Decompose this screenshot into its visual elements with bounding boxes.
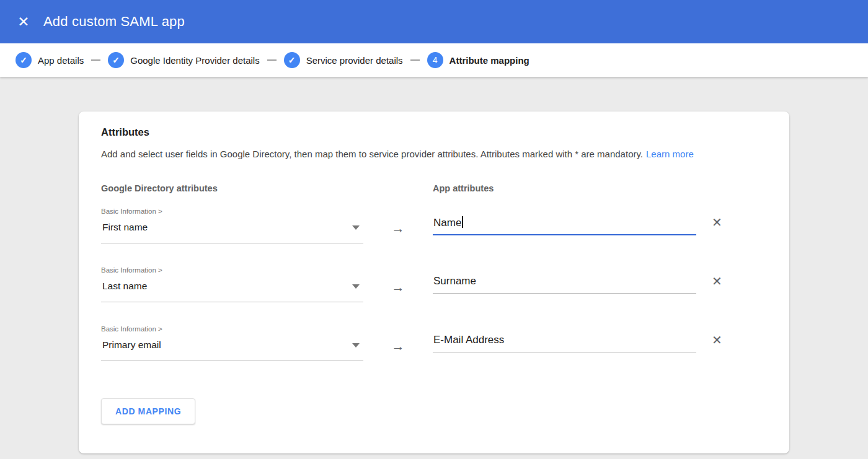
directory-attribute-value: First name [102,222,148,233]
step-label: Attribute mapping [450,55,529,66]
step-number: 4 [433,56,438,64]
section-description: Add and select user fields in Google Dir… [101,149,767,159]
app-attribute-value: Name [433,217,461,229]
step-label: Google Identity Provider details [130,55,259,66]
text-cursor [462,216,463,228]
mapping-row: Basic Information > Last name → Surname … [101,266,767,302]
step-complete-icon: ✓ [16,52,32,68]
mapping-rows: Basic Information > First name → Name ✕ [101,207,767,361]
check-icon: ✓ [112,56,120,64]
step-separator [267,59,277,61]
stepper: ✓ App details ✓ Google Identity Provider… [0,43,868,77]
delete-mapping-button[interactable]: ✕ [712,274,722,288]
close-icon: ✕ [17,14,29,30]
app-attribute-input[interactable]: E-Mail Address [433,334,696,352]
directory-attribute-value: Primary email [102,339,161,351]
description-text: Add and select user fields in Google Dir… [101,149,643,159]
attribute-category-label: Basic Information > [101,325,363,333]
dropdown-arrow-icon [352,225,360,230]
dropdown-arrow-icon [352,343,360,348]
stepper-step-service-provider-details[interactable]: ✓ Service provider details [284,52,403,68]
arrow-right-icon: → [363,207,433,235]
arrow-right-icon: → [363,266,433,294]
page-title: Add custom SAML app [43,14,185,30]
directory-attribute-value: Last name [102,281,147,292]
stepper-step-app-details[interactable]: ✓ App details [16,52,84,68]
directory-attributes-column-header: Google Directory attributes [101,183,433,193]
stepper-step-attribute-mapping[interactable]: 4 Attribute mapping [427,52,529,68]
arrow-right-icon: → [363,325,433,352]
attribute-category-label: Basic Information > [101,266,363,274]
app-attribute-value: Surname [433,275,476,287]
attributes-card: Attributes Add and select user fields in… [79,111,789,453]
app-attribute-input[interactable]: Name [433,216,696,235]
delete-mapping-button[interactable]: ✕ [712,333,722,347]
dialog-header: ✕ Add custom SAML app [0,0,868,43]
step-label: App details [38,55,84,66]
directory-attribute-select[interactable]: Basic Information > First name [101,207,363,243]
directory-attribute-select[interactable]: Basic Information > Last name [101,266,363,302]
step-separator [410,59,420,61]
main-area: Attributes Add and select user fields in… [0,111,868,459]
check-icon: ✓ [20,56,27,64]
step-label: Service provider details [306,55,403,66]
section-title: Attributes [101,126,767,138]
add-mapping-button[interactable]: ADD MAPPING [101,398,195,424]
step-complete-icon: ✓ [108,52,124,68]
mapping-row: Basic Information > First name → Name ✕ [101,207,767,243]
attribute-category-label: Basic Information > [101,207,363,216]
mapping-row: Basic Information > Primary email → E-Ma… [101,325,767,361]
delete-mapping-button[interactable]: ✕ [712,216,722,229]
app-attributes-column-header: App attributes [433,183,696,193]
directory-attribute-select[interactable]: Basic Information > Primary email [101,325,363,361]
close-button[interactable]: ✕ [11,9,36,34]
step-number-badge: 4 [427,52,443,68]
step-separator [91,59,100,61]
app-attribute-input[interactable]: Surname [433,275,696,294]
column-headers: Google Directory attributes App attribut… [101,183,767,193]
step-complete-icon: ✓ [284,52,300,68]
stepper-step-google-idp-details[interactable]: ✓ Google Identity Provider details [108,52,259,68]
app-attribute-value: E-Mail Address [433,334,504,346]
learn-more-link[interactable]: Learn more [646,149,694,159]
dropdown-arrow-icon [352,284,360,289]
check-icon: ✓ [288,56,296,64]
